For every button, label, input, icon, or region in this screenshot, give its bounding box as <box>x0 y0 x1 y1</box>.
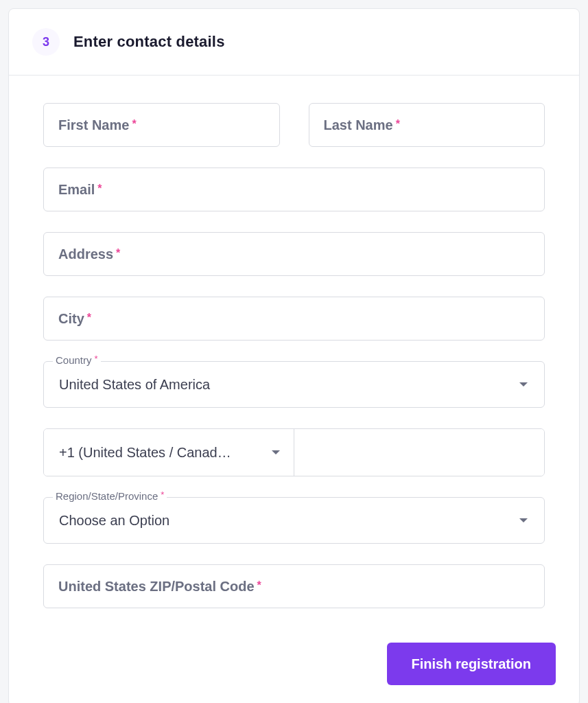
step-number-badge: 3 <box>32 28 60 56</box>
address-input[interactable] <box>43 232 545 276</box>
region-label-text: Region/State/Province <box>56 490 158 502</box>
region-label: Region/State/Province * <box>53 490 167 502</box>
phone-code-value: +1 (United States / Canad… <box>59 445 231 461</box>
contact-details-card: 3 Enter contact details First Name * Las… <box>8 8 580 703</box>
phone-number-input[interactable] <box>294 429 545 476</box>
card-header: 3 Enter contact details <box>9 9 579 76</box>
first-name-field-wrap: First Name * <box>43 103 280 147</box>
card-title: Enter contact details <box>73 33 225 51</box>
chevron-down-icon <box>272 450 280 454</box>
last-name-input[interactable] <box>309 103 545 147</box>
required-icon: * <box>161 490 164 502</box>
zip-field-wrap: United States ZIP/Postal Code * <box>43 564 545 608</box>
country-field-wrap: Country * United States of America <box>43 361 545 408</box>
phone-field-wrap: +1 (United States / Canad… <box>43 428 545 476</box>
form-body: First Name * Last Name * Email * <box>9 76 579 629</box>
first-name-input[interactable] <box>43 103 280 147</box>
address-field-wrap: Address * <box>43 232 545 276</box>
region-value: Choose an Option <box>59 513 169 529</box>
phone-country-code-select[interactable]: +1 (United States / Canad… <box>44 429 294 476</box>
region-field-wrap: Region/State/Province * Choose an Option <box>43 497 545 544</box>
country-select[interactable]: United States of America <box>43 361 545 408</box>
finish-registration-button[interactable]: Finish registration <box>387 643 556 685</box>
last-name-field-wrap: Last Name * <box>309 103 545 147</box>
required-icon: * <box>95 354 98 366</box>
chevron-down-icon <box>519 382 528 387</box>
country-value: United States of America <box>59 377 210 393</box>
email-field-wrap: Email * <box>43 168 545 211</box>
zip-input[interactable] <box>43 564 545 608</box>
country-label-text: Country <box>56 354 92 366</box>
country-label: Country * <box>53 354 101 366</box>
card-footer: Finish registration <box>9 629 579 703</box>
city-input[interactable] <box>43 297 545 341</box>
region-select[interactable]: Choose an Option <box>43 497 545 544</box>
city-field-wrap: City * <box>43 297 545 341</box>
chevron-down-icon <box>519 518 528 522</box>
email-input[interactable] <box>43 168 545 211</box>
